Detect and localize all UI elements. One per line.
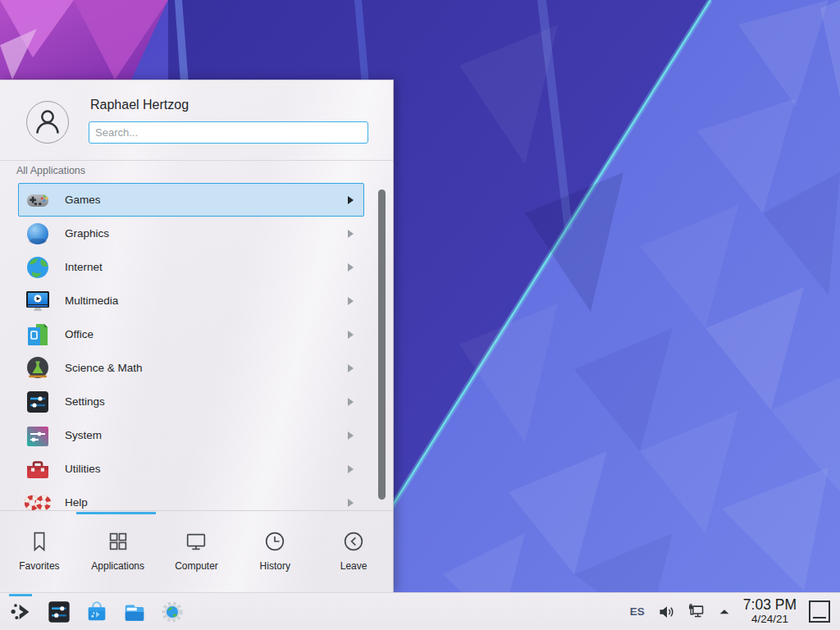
tab-favorites[interactable]: Favorites <box>0 516 79 593</box>
tab-label: Favorites <box>19 560 59 572</box>
tab-label: History <box>260 560 290 572</box>
menu-item-label: Office <box>65 328 348 340</box>
active-task-indicator <box>9 594 32 596</box>
submenu-arrow-icon <box>348 196 354 204</box>
menu-item-label: Settings <box>65 395 348 408</box>
launcher-header: Raphael Hertzog <box>0 80 393 161</box>
submenu-arrow-icon <box>348 297 354 305</box>
system-tray: ES 7:03 PM <box>630 597 840 625</box>
menu-item-internet[interactable]: Internet <box>18 250 364 284</box>
menu-item-graphics[interactable]: Graphics <box>18 217 364 250</box>
sphere-icon <box>25 221 51 247</box>
gamepad-icon <box>25 187 51 213</box>
tab-history[interactable]: History <box>235 516 314 593</box>
shopping-bag-icon <box>84 600 109 624</box>
folder-icon <box>122 600 147 624</box>
menu-item-label: Graphics <box>65 227 348 240</box>
tab-label: Computer <box>175 560 218 572</box>
taskbar-launchers <box>0 599 185 625</box>
tab-label: Applications <box>91 560 144 572</box>
user-icon <box>27 101 68 144</box>
submenu-arrow-icon <box>348 364 354 372</box>
tab-label: Leave <box>340 560 368 572</box>
show-desktop-line <box>813 617 826 619</box>
submenu-arrow-icon <box>348 331 354 339</box>
sliders-icon <box>25 389 51 415</box>
tab-computer[interactable]: Computer <box>158 516 236 593</box>
lifebuoy-icon <box>25 490 51 511</box>
user-avatar[interactable] <box>26 101 69 144</box>
file-manager-button[interactable] <box>121 599 148 625</box>
kickoff-icon <box>9 600 34 624</box>
menu-item-label: Science & Math <box>65 362 348 374</box>
tab-applications[interactable]: Applications <box>79 516 158 593</box>
globe-icon <box>25 254 51 281</box>
digital-clock[interactable]: 7:03 PM 4/24/21 <box>743 597 797 625</box>
menu-item-office[interactable]: Office <box>18 317 364 351</box>
menu-item-settings[interactable]: Settings <box>18 385 364 418</box>
application-category-list: Games Graphics <box>0 183 374 510</box>
menu-item-science-math[interactable]: Science & Math <box>18 351 364 385</box>
submenu-arrow-icon <box>348 431 354 440</box>
clock-icon <box>262 529 287 554</box>
section-label: All Applications <box>16 165 85 176</box>
application-launcher-panel: Raphael Hertzog All Applications <box>0 80 394 592</box>
menu-item-label: Help <box>65 496 348 509</box>
monitor-icon <box>184 529 208 554</box>
flask-icon <box>25 355 51 381</box>
menu-item-utilities[interactable]: Utilities <box>18 452 364 486</box>
menu-item-label: Games <box>65 194 348 206</box>
tab-leave[interactable]: Leave <box>314 516 393 593</box>
menu-item-help[interactable]: Help <box>18 486 364 510</box>
system-settings-button[interactable] <box>46 599 72 625</box>
discover-button[interactable] <box>84 599 110 625</box>
list-scrollbar[interactable] <box>378 189 386 500</box>
network-icon[interactable] <box>687 603 705 621</box>
system-sliders-icon <box>25 422 51 449</box>
globe-gear-icon <box>160 600 185 624</box>
documents-icon <box>25 322 51 348</box>
media-player-icon <box>25 288 51 314</box>
submenu-arrow-icon <box>348 465 354 473</box>
search-input[interactable] <box>89 121 368 144</box>
bookmark-icon <box>27 529 52 554</box>
clock-time: 7:03 PM <box>743 597 797 613</box>
tabbar-separator <box>0 510 393 511</box>
show-desktop-button[interactable] <box>809 600 830 623</box>
menu-item-label: Internet <box>65 261 348 273</box>
leave-icon <box>341 529 366 554</box>
user-name: Raphael Hertzog <box>90 98 189 112</box>
submenu-arrow-icon <box>348 263 354 272</box>
menu-item-label: Multimedia <box>65 294 348 307</box>
submenu-arrow-icon <box>348 499 354 507</box>
launcher-tab-bar: Favorites Applications Computer <box>0 516 393 593</box>
menu-item-system[interactable]: System <box>18 418 364 452</box>
menu-item-multimedia[interactable]: Multimedia <box>18 284 364 317</box>
menu-item-label: Utilities <box>65 463 348 475</box>
grid-icon <box>106 529 130 554</box>
expand-tray-caret-icon[interactable] <box>718 605 731 619</box>
toolbox-icon <box>25 456 51 482</box>
volume-icon[interactable] <box>657 603 675 621</box>
web-browser-button[interactable] <box>159 599 185 625</box>
menu-item-games[interactable]: Games <box>18 183 364 217</box>
taskbar-panel: ES 7:03 PM <box>0 592 840 630</box>
keyboard-layout-indicator[interactable]: ES <box>630 605 645 618</box>
settings-sliders-icon <box>47 600 71 624</box>
application-launcher-button[interactable] <box>8 599 34 625</box>
submenu-arrow-icon <box>348 398 354 406</box>
menu-item-label: System <box>65 429 348 441</box>
active-tab-indicator <box>76 512 156 514</box>
clock-date: 4/24/21 <box>743 614 797 626</box>
submenu-arrow-icon <box>348 230 354 238</box>
